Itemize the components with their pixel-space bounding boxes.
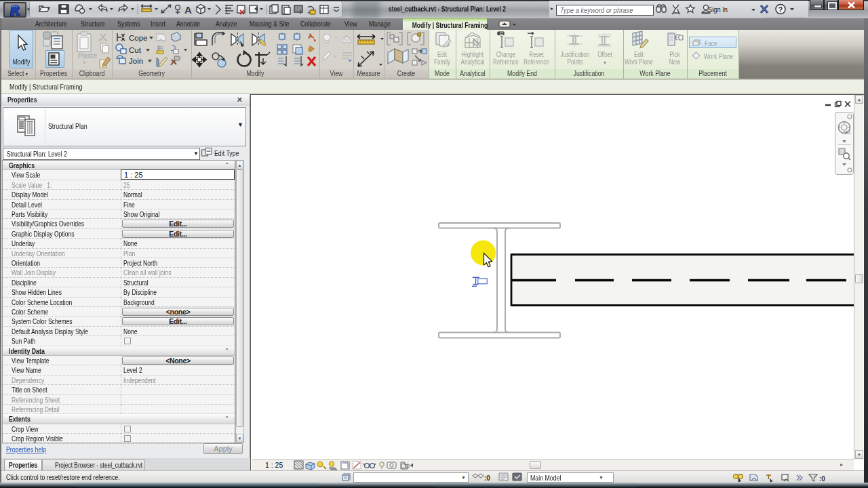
svg-text:?: ? [778,5,783,14]
svg-text:Sign In: Sign In [708,5,728,14]
svg-text::0: :0 [484,474,490,482]
svg-text:2D: 2D [845,130,851,135]
svg-text:Join: Join [129,57,143,65]
svg-text:Cut: Cut [129,46,142,54]
svg-text:Cope: Cope [129,34,148,42]
svg-text::0: :0 [819,475,825,483]
svg-text:A: A [184,4,192,16]
svg-text:Paste: Paste [78,52,97,60]
